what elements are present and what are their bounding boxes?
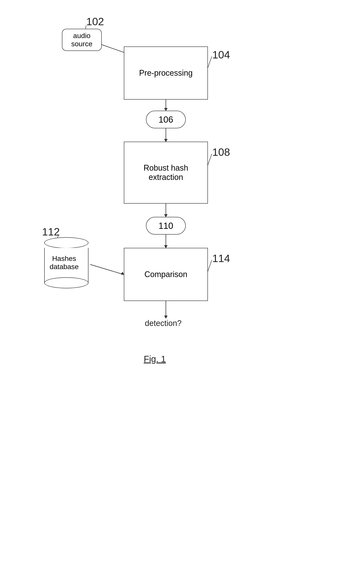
- node-106-label: 106: [159, 115, 173, 125]
- robust-hash-label: Robust hashextraction: [143, 163, 188, 182]
- label-114: 114: [212, 252, 230, 264]
- figure-caption: Fig. 1: [144, 354, 166, 364]
- hashes-db-label: Hashesdatabase: [42, 255, 86, 271]
- comparison-label: Comparison: [144, 270, 187, 279]
- detection-label: detection?: [145, 319, 182, 328]
- label-102: 102: [86, 15, 104, 28]
- pre-processing-label: Pre-processing: [139, 68, 193, 78]
- label-104: 104: [212, 49, 230, 61]
- svg-line-9: [90, 264, 124, 274]
- svg-marker-12: [164, 316, 168, 319]
- node-110: 110: [146, 217, 186, 235]
- db-top-ellipse: [44, 237, 88, 248]
- node-110-label: 110: [159, 221, 173, 231]
- diagram-container: 102 audiosource Pre-processing 104 106 R…: [0, 0, 364, 588]
- audio-source-label: audiosource: [71, 32, 92, 48]
- node-106: 106: [146, 111, 186, 128]
- label-108: 108: [212, 146, 230, 158]
- label-112: 112: [42, 226, 60, 238]
- comparison-node: Comparison: [124, 248, 208, 301]
- db-bottom-ellipse: [44, 277, 88, 288]
- pre-processing-node: Pre-processing: [124, 46, 208, 99]
- audio-source-node: audiosource: [62, 29, 102, 51]
- robust-hash-node: Robust hashextraction: [124, 142, 208, 204]
